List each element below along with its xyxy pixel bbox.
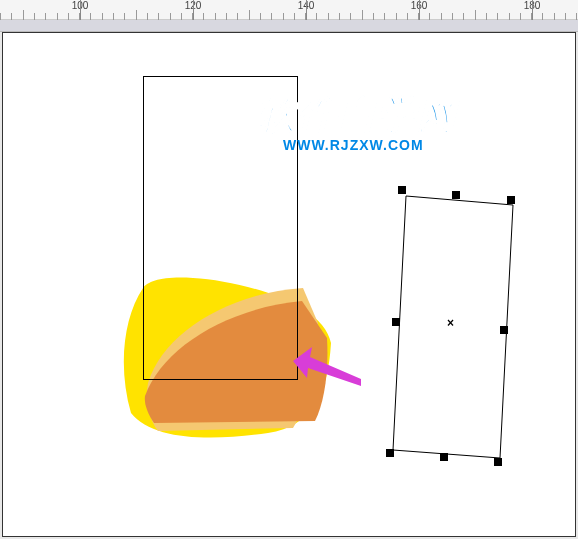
ruler-tick-minor: [226, 13, 227, 20]
ruler-tick-minor: [362, 13, 363, 20]
ruler-tick-minor: [509, 13, 510, 20]
ruler-tick-minor: [531, 13, 532, 20]
ruler-tick-minor: [520, 13, 521, 20]
selection-handle-ml[interactable]: [392, 318, 400, 326]
ruler-tick-minor: [147, 13, 148, 20]
ruler-tick-minor: [294, 13, 295, 20]
ruler-tick: [532, 0, 533, 20]
annotation-arrow: [293, 343, 363, 391]
ruler-tick: [80, 0, 81, 20]
ruler-tick-minor: [249, 13, 250, 20]
ruler-tick-minor: [441, 13, 442, 20]
ruler-tick: [193, 0, 194, 20]
drawing-canvas[interactable]: 软件自学网 WWW.RJZXW.COM ×: [2, 32, 576, 537]
ruler-tick-minor: [565, 13, 566, 20]
svg-marker-0: [293, 347, 361, 386]
ruler-tick-minor: [283, 13, 284, 20]
ruler-tick-minor: [136, 13, 137, 20]
ruler-tick-minor: [0, 13, 1, 20]
ruler-tick-minor: [418, 13, 419, 20]
ruler-tick-minor: [11, 13, 12, 20]
info-bar: [0, 20, 578, 32]
ruler-tick-minor: [396, 13, 397, 20]
ruler-tick-minor: [45, 13, 46, 20]
ruler-tick-minor: [271, 13, 272, 20]
ruler-tick-minor: [170, 13, 171, 20]
selection-handle-tr[interactable]: [507, 196, 515, 204]
ruler-tick-minor: [350, 13, 351, 20]
ruler-tick-minor: [463, 13, 464, 20]
ruler-tick-minor: [384, 13, 385, 20]
ruler-tick-minor: [158, 13, 159, 20]
selection-center-mark: ×: [447, 316, 454, 330]
ruler-tick-minor: [497, 13, 498, 20]
selection-handle-bl[interactable]: [386, 449, 394, 457]
ruler-tick-minor: [181, 13, 182, 20]
watermark-url: WWW.RJZXW.COM: [283, 137, 424, 153]
ruler-tick-minor: [215, 13, 216, 20]
ruler-tick-minor: [57, 13, 58, 20]
ruler-tick-minor: [192, 13, 193, 20]
ruler-tick-minor: [34, 13, 35, 20]
ruler-tick-minor: [316, 13, 317, 20]
ruler-tick-minor: [554, 13, 555, 20]
ruler-tick-minor: [328, 13, 329, 20]
ruler-tick-minor: [407, 13, 408, 20]
ruler-tick-minor: [90, 13, 91, 20]
ruler-tick-minor: [68, 13, 69, 20]
ruler-tick: [419, 0, 420, 20]
ruler-tick-minor: [475, 13, 476, 20]
selection-handle-br[interactable]: [494, 458, 502, 466]
selection-handle-tc[interactable]: [452, 191, 460, 199]
ruler-horizontal[interactable]: 100 120 140 160 180 200: [0, 0, 578, 20]
ruler-tick-minor: [23, 13, 24, 20]
selection-handle-mr[interactable]: [500, 326, 508, 334]
ruler-tick-minor: [260, 13, 261, 20]
ruler-tick-minor: [237, 13, 238, 20]
ruler-tick-minor: [373, 13, 374, 20]
ruler-tick-minor: [79, 13, 80, 20]
ruler-tick-minor: [339, 13, 340, 20]
ruler-tick-minor: [124, 13, 125, 20]
ruler-tick-minor: [452, 13, 453, 20]
selection-handle-tl[interactable]: [398, 186, 406, 194]
ruler-tick: [306, 0, 307, 20]
ruler-tick-minor: [542, 13, 543, 20]
ruler-tick-minor: [429, 13, 430, 20]
ruler-tick-minor: [576, 13, 577, 20]
ruler-tick-minor: [203, 13, 204, 20]
ruler-tick-minor: [113, 13, 114, 20]
ruler-tick-minor: [305, 13, 306, 20]
ruler-tick-minor: [486, 13, 487, 20]
selection-handle-bc[interactable]: [440, 453, 448, 461]
ruler-tick-minor: [102, 13, 103, 20]
watermark-title: 软件自学网: [257, 88, 457, 142]
